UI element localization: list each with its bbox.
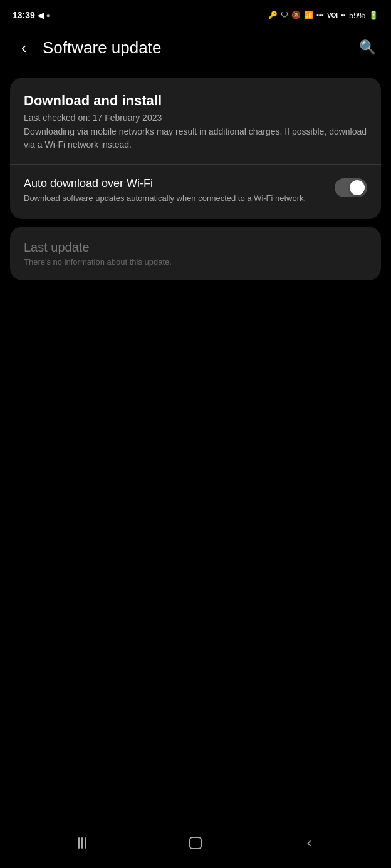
download-card: Download and install Last checked on: 17… [10, 78, 381, 219]
back-arrow-icon: ‹ [21, 39, 27, 56]
main-content: Download and install Last checked on: 17… [0, 73, 391, 293]
signal-dot: ● [46, 12, 50, 19]
home-button[interactable] [180, 827, 211, 859]
auto-download-toggle-container [335, 178, 367, 197]
home-icon [189, 837, 202, 849]
status-bar-left: 13:39 ◀ ● [13, 10, 50, 20]
signal2-icon: ▪▪ [341, 11, 346, 19]
search-button[interactable]: 🔍 [353, 34, 381, 61]
download-install-title: Download and install [24, 93, 367, 109]
last-update-section: Last update There's no information about… [10, 227, 381, 280]
signal-icon: ▪▪▪ [316, 11, 324, 19]
vpn-icon: 🔑 [268, 11, 278, 19]
auto-download-text-block: Auto download over Wi-Fi Download softwa… [24, 177, 335, 204]
search-icon: 🔍 [359, 39, 376, 56]
last-checked-text: Last checked on: 17 February 2023 [24, 113, 367, 123]
status-bar-right: 🔑 🛡 🔕 📶 ▪▪▪ VOl ▪▪ 59% 🔋 [268, 11, 378, 20]
wifi-icon: 📶 [304, 11, 313, 19]
last-update-description: There's no information about this update… [24, 257, 367, 267]
status-bar: 13:39 ◀ ● 🔑 🛡 🔕 📶 ▪▪▪ VOl ▪▪ 59% 🔋 [0, 0, 391, 28]
download-install-section[interactable]: Download and install Last checked on: 17… [10, 78, 381, 151]
recent-apps-button[interactable] [66, 827, 98, 859]
last-update-card: Last update There's no information about… [10, 227, 381, 280]
auto-download-title: Auto download over Wi-Fi [24, 177, 325, 190]
recent-apps-icon [78, 837, 86, 849]
back-button[interactable]: ‹ [10, 34, 38, 61]
location-icon: ◀ [38, 11, 44, 20]
toggle-track [335, 178, 367, 197]
auto-download-toggle[interactable] [335, 178, 367, 197]
auto-download-section: Auto download over Wi-Fi Download softwa… [10, 165, 381, 219]
download-description-text: Downloading via mobile networks may resu… [24, 125, 367, 151]
bottom-navigation: ‹ [0, 823, 391, 868]
toggle-thumb [350, 180, 365, 195]
navigation-bar: ‹ Software update 🔍 [0, 28, 391, 73]
battery-percent: 59% [349, 11, 365, 20]
battery-icon: 🔋 [368, 11, 378, 20]
page-title: Software update [38, 38, 353, 58]
auto-download-description: Download software updates automatically … [24, 193, 325, 204]
back-nav-icon: ‹ [307, 835, 311, 851]
mute-icon: 🔕 [291, 11, 301, 19]
clock: 13:39 [13, 10, 35, 20]
back-nav-button[interactable]: ‹ [293, 827, 325, 859]
lte-label: VOl [327, 12, 338, 19]
security-icon: 🛡 [281, 11, 288, 19]
last-update-title: Last update [24, 240, 367, 255]
